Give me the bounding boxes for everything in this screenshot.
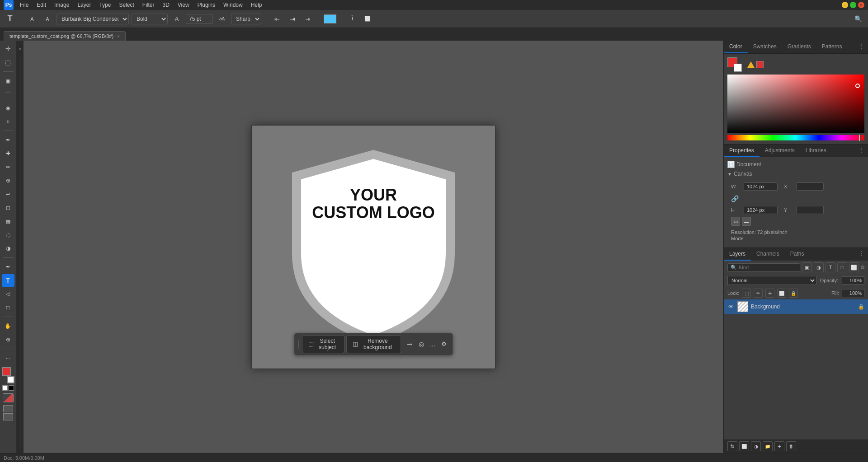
align-right-button[interactable]: ⇥ [302, 13, 314, 25]
link-dimensions-icon[interactable]: 🔗 [731, 193, 738, 204]
menu-layer[interactable]: Layer [74, 1, 94, 9]
quick-action-icon-1[interactable]: ⊸ [405, 338, 415, 350]
layers-filter-smartobj-icon[interactable]: ⬜ [849, 262, 859, 272]
document-close-icon[interactable]: × [117, 34, 120, 39]
tab-channels[interactable]: Channels [751, 248, 785, 261]
fill-input[interactable] [842, 289, 864, 297]
add-adjustment-button[interactable]: ◑ [751, 441, 761, 451]
path-selection-tool[interactable]: ◁ [2, 288, 14, 300]
opacity-input[interactable] [842, 276, 864, 285]
text-color-swatch[interactable] [324, 14, 336, 23]
tab-patterns[interactable]: Patterns [816, 41, 848, 53]
switch-colors-icon[interactable] [2, 385, 8, 391]
menu-plugins[interactable]: Plugins [194, 1, 219, 9]
gradient-tool[interactable]: ▦ [2, 215, 14, 228]
minimize-button[interactable]: − [842, 2, 848, 8]
portrait-button[interactable]: ▭ [731, 217, 740, 226]
tab-gradients[interactable]: Gradients [782, 41, 816, 53]
document-tab[interactable]: template_custom_coat.png @ 66,7% (RGB/8#… [4, 31, 126, 41]
height-input[interactable] [744, 206, 778, 214]
lock-position-icon[interactable]: ✛ [765, 289, 774, 298]
x-input[interactable] [797, 182, 824, 191]
font-size-input[interactable] [186, 14, 213, 24]
crop-tool[interactable]: ⌗ [2, 115, 14, 128]
eyedropper-tool[interactable]: ✒ [2, 134, 14, 146]
layer-background[interactable]: 👁 Background 🔒 [724, 299, 868, 314]
toolbar-settings-button[interactable]: ⚙ [439, 338, 449, 350]
history-brush-tool[interactable]: ↩ [2, 188, 14, 201]
lock-all-icon[interactable]: 🔒 [789, 289, 798, 298]
move-tool[interactable]: ✛ [2, 42, 14, 55]
lock-transparent-icon[interactable]: ⬚ [742, 289, 751, 298]
artboard-tool[interactable]: ⬚ [2, 56, 14, 69]
text-style-icon[interactable]: A [26, 13, 38, 25]
menu-view[interactable]: View [174, 1, 193, 9]
remove-background-button[interactable]: ◫ Remove background [347, 335, 401, 353]
layers-filter-type-icon[interactable]: T [826, 262, 835, 272]
pen-tool[interactable]: ✒ [2, 261, 14, 273]
tab-adjustments[interactable]: Adjustments [760, 145, 800, 157]
text-properties-button[interactable]: ⬜ [361, 13, 374, 25]
menu-type[interactable]: Type [95, 1, 114, 9]
blur-tool[interactable]: ◌ [2, 229, 14, 241]
app-home-button[interactable]: Ps [4, 0, 14, 10]
document-section-header[interactable]: 📄 Document [727, 161, 864, 168]
maximize-button[interactable]: □ [850, 2, 856, 8]
tab-paths[interactable]: Paths [785, 248, 810, 261]
default-colors-icon[interactable] [9, 385, 14, 391]
menu-image[interactable]: Image [51, 1, 73, 9]
font-family-select[interactable]: Burbank Big Condensed [57, 14, 129, 24]
tool-options-icon[interactable]: T [4, 13, 16, 25]
menu-filter[interactable]: Filter [139, 1, 158, 9]
close-button[interactable]: × [858, 2, 864, 8]
menu-help[interactable]: Help [247, 1, 266, 9]
align-left-button[interactable]: ⇤ [271, 13, 283, 25]
menu-file[interactable]: File [16, 1, 32, 9]
add-layer-button[interactable]: + [774, 441, 784, 451]
layers-search-box[interactable]: 🔍 [727, 263, 800, 272]
tab-color[interactable]: Color [724, 41, 748, 53]
add-mask-button[interactable]: ⬜ [739, 441, 749, 451]
brush-tool[interactable]: ✏ [2, 161, 14, 173]
clone-tool[interactable]: ⊕ [2, 174, 14, 187]
lock-artboard-icon[interactable]: ⬜ [777, 289, 786, 298]
lasso-tool[interactable]: ⌒ [2, 88, 14, 101]
more-options-button[interactable]: ... [428, 338, 437, 350]
align-center-button[interactable]: ⇥ [286, 13, 299, 25]
zoom-tool[interactable]: ⊕ [2, 333, 14, 346]
collapse-right-panels-icon[interactable]: « [17, 46, 23, 52]
color-cube-icon[interactable] [756, 61, 764, 68]
menu-edit[interactable]: Edit [33, 1, 50, 9]
layers-panel-menu[interactable]: ⋮ [854, 248, 868, 261]
warp-text-button[interactable]: T̃ [346, 13, 359, 25]
background-color[interactable] [7, 376, 14, 383]
search-button[interactable]: 🔍 [852, 13, 864, 25]
extra-tools-button[interactable]: ··· [2, 352, 14, 364]
width-input[interactable] [744, 182, 778, 191]
layer-fx-button[interactable]: fx [727, 441, 737, 451]
layers-search-input[interactable] [739, 265, 797, 270]
layer-visibility-toggle[interactable]: 👁 [727, 303, 735, 310]
eraser-tool[interactable]: ◻ [2, 201, 14, 214]
tab-swatches[interactable]: Swatches [748, 41, 782, 53]
y-input[interactable] [797, 206, 824, 214]
properties-panel-menu[interactable]: ⋮ [854, 145, 868, 157]
toolbar-drag-handle[interactable] [298, 340, 298, 349]
delete-layer-button[interactable]: 🗑 [786, 441, 796, 451]
landscape-button[interactable]: ▬ [742, 217, 751, 226]
anti-alias-icon[interactable]: aA [216, 13, 228, 25]
fullscreen-button[interactable] [3, 413, 13, 420]
color-panel-menu[interactable]: ⋮ [854, 41, 868, 53]
tab-layers[interactable]: Layers [724, 248, 751, 261]
shape-tool[interactable]: □ [2, 301, 14, 314]
menu-window[interactable]: Window [220, 1, 246, 9]
lock-image-icon[interactable]: ✏ [754, 289, 763, 298]
marquee-tool[interactable]: ▣ [2, 75, 14, 87]
dodge-tool[interactable]: ◑ [2, 242, 14, 255]
layers-filter-adjust-icon[interactable]: ◑ [814, 262, 824, 272]
tab-properties[interactable]: Properties [724, 145, 760, 157]
color-gradient-picker[interactable] [727, 75, 864, 133]
layers-filter-shape-icon[interactable]: □ [837, 262, 847, 272]
blend-mode-select[interactable]: Normal [727, 276, 816, 285]
healing-tool[interactable]: ✚ [2, 147, 14, 160]
